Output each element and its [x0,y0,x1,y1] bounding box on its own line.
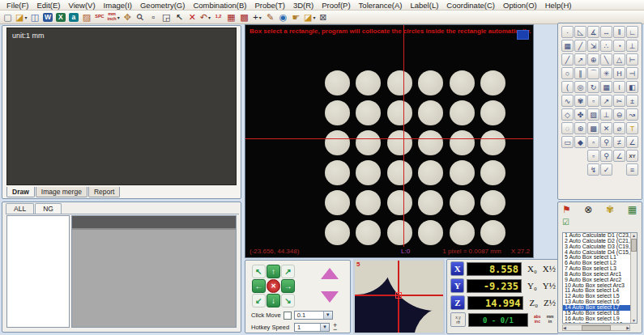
run-flag-icon[interactable]: ⚑ [562,205,571,215]
number-label-icon[interactable]: 1,2 [213,11,224,23]
menu-item-geometryg[interactable]: Geometry(G) [136,1,189,10]
geometry-tool-icon[interactable]: ▩ [587,122,599,134]
spinner-minus-button[interactable]: − [333,328,337,332]
geometry-tool-icon[interactable]: ↻ [587,81,599,93]
y-zero-button[interactable]: Y₀ [527,281,537,290]
geometry-tool-icon[interactable]: ◧ [626,81,638,93]
geometry-tool-icon[interactable]: ◔ [613,40,625,52]
geometry-tool-icon[interactable]: XY [626,150,638,162]
open-file-icon[interactable]: ◪▾ [15,11,27,23]
geometry-tool-icon[interactable]: ◺ [574,26,586,38]
chevron-down-icon[interactable]: ▾ [313,15,315,20]
edit-tools-icon[interactable]: ✾ [606,205,614,215]
folder-export-icon[interactable]: ◪▾ [304,11,315,23]
tab-image-merge[interactable]: Image merge [36,187,87,197]
chevron-down-icon[interactable]: ▾ [208,15,211,20]
geometry-tool-icon[interactable]: ▫ [587,150,599,162]
move-right-button[interactable]: → [281,279,295,293]
geometry-tool-icon[interactable]: ↝ [626,108,638,121]
geometry-tool-icon[interactable]: ∠ [613,150,625,162]
menu-item-optiono[interactable]: Option(O) [499,1,541,10]
geometry-tool-icon[interactable]: ⊥ [600,108,612,121]
geometry-tool-icon[interactable]: ◇ [561,108,574,121]
geometry-tool-icon[interactable]: ≠ [613,136,625,148]
geometry-tool-icon[interactable]: ◆ [574,136,586,148]
crosshair-icon[interactable]: +▾ [252,11,262,23]
geometry-tool-icon[interactable]: ⚲ [600,136,612,148]
geometry-tool-icon[interactable]: ⌀ [613,122,625,134]
geometry-tool-icon[interactable]: ◌ [561,122,574,134]
tab-ng[interactable]: NG [35,203,62,214]
abs-inc-toggle[interactable]: abs inc [534,315,541,324]
results-list[interactable] [6,215,70,328]
geometry-tool-icon[interactable]: ∠ [626,136,638,148]
geometry-tool-icon[interactable]: ⊕ [587,53,599,66]
z-axis-up-button[interactable] [321,268,339,279]
scrollbar-thumb[interactable] [582,325,611,331]
geometry-tool-icon[interactable]: ╱ [561,53,574,66]
new-file-icon[interactable]: ▢ [2,11,13,23]
stop-button[interactable]: ✕ [267,279,280,293]
geometry-tool-icon[interactable]: T [626,122,638,134]
geometry-tool-icon[interactable]: ✾ [574,95,586,107]
geometry-tool-icon[interactable]: ▦ [600,81,612,93]
z-zero-button[interactable]: Z₀ [529,298,538,307]
click-move-checkbox[interactable] [284,312,292,320]
geometry-tool-icon[interactable]: ✕ [600,122,612,134]
menu-item-combinationb[interactable]: Combination(B) [189,1,250,10]
menu-item-probet[interactable]: Probe(T) [250,1,288,10]
draw-canvas[interactable]: unit:1 mm [6,28,237,185]
scroll-up-icon[interactable]: ▲ [632,233,636,238]
move-down-left-button[interactable]: ↙ [252,294,266,307]
geometry-tool-icon[interactable]: ⊛ [574,122,586,134]
scroll-down-icon[interactable]: ▼ [632,318,636,323]
chevron-down-icon[interactable]: ▼ [323,312,332,319]
menu-item-viewv[interactable]: View(V) [65,1,100,10]
cartesian-polar-toggle[interactable]: x,y rθ [450,312,466,327]
menu-item-proofp[interactable]: Proof(P) [318,1,354,10]
geometry-tool-icon[interactable]: ⊖ [613,108,625,121]
chevron-down-icon[interactable]: ▾ [259,15,262,20]
image-export-icon[interactable]: ▨ [81,11,92,23]
hotkey-speed-select[interactable]: 1 ▼ [294,323,330,332]
save-icon[interactable]: ◫ [29,11,40,23]
measure-hand-icon[interactable]: ☛ [291,11,301,23]
move-up-right-button[interactable]: ↗ [281,265,295,278]
geometry-tool-icon[interactable]: ✂ [613,95,625,107]
geometry-tool-icon[interactable]: ╱ [574,40,586,52]
scrollbar-thumb[interactable] [631,239,637,252]
geometry-tool-icon[interactable]: · [561,26,574,38]
horizontal-scrollbar[interactable]: ◀ ▶ [562,324,630,331]
grid-dots-icon[interactable]: ▩ [239,11,249,23]
globe-icon[interactable]: ◉ [278,11,288,23]
geometry-tool-icon[interactable]: ⊣ [626,67,638,79]
geometry-tool-icon[interactable]: ▭ [561,136,574,148]
menu-item-tolerancea[interactable]: Tolerance(A) [355,1,407,10]
geometry-tool-icon[interactable]: △ [613,53,625,66]
x-half-button[interactable]: X½ [543,264,556,274]
word-export-icon[interactable]: W [42,11,53,23]
geometry-tool-icon[interactable]: ▫ [587,95,599,107]
geometry-tool-icon[interactable]: ▦ [561,40,574,52]
preview-zoom-icon[interactable]: ◲ [161,11,172,23]
move-down-right-button[interactable]: ↘ [281,294,295,307]
menu-item-labell[interactable]: Label(L) [406,1,442,10]
geometry-tool-icon[interactable]: ✓ [600,163,612,176]
a-export-icon[interactable]: a [68,11,79,23]
geometry-tool-icon[interactable]: ∡ [587,26,599,38]
geometry-tool-icon[interactable]: ✤ [574,108,586,121]
geometry-tool-icon[interactable]: ↔ [600,26,612,38]
geometry-tool-icon[interactable]: ▫ [587,136,599,148]
scroll-left-icon[interactable]: ◀ [563,325,566,330]
x-zero-button[interactable]: X₀ [527,264,537,274]
grid-icon[interactable]: ▦ [226,11,237,23]
geometry-tool-icon[interactable]: ✳ [600,67,612,79]
move-up-button[interactable]: ↑ [267,265,280,278]
geometry-tool-icon[interactable]: ╲ [600,53,612,66]
geometry-tool-icon[interactable]: ( [561,81,574,93]
geometry-tool-icon[interactable]: ↗ [574,53,586,66]
move-up-left-button[interactable]: ↖ [252,265,266,278]
chevron-down-icon[interactable]: ▾ [117,15,120,20]
y-half-button[interactable]: Y½ [543,281,556,290]
geometry-tool-icon[interactable]: H [613,67,625,79]
